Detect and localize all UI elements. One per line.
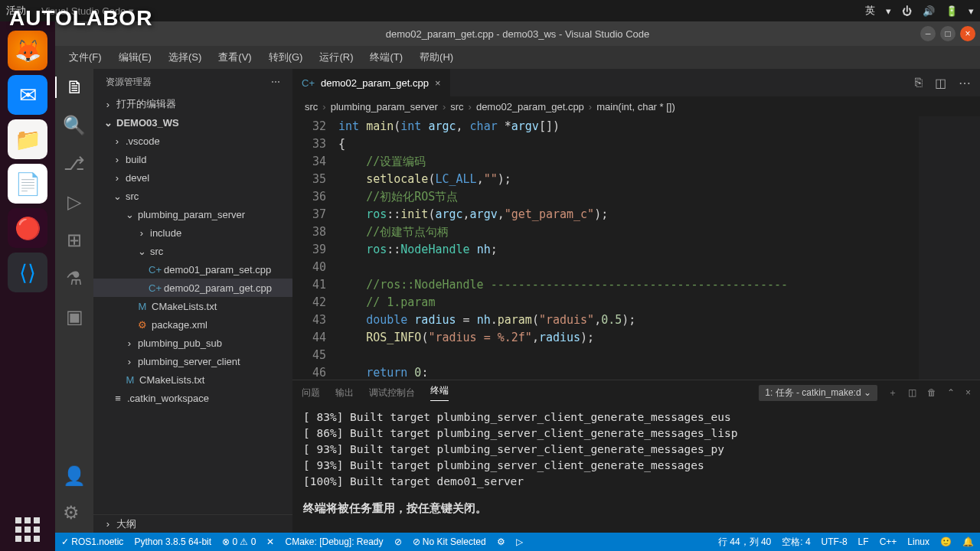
folder-row[interactable]: ⌄plumbing_param_server <box>93 205 292 223</box>
explorer-title: 资源管理器 <box>106 76 152 89</box>
status-item[interactable]: Python 3.8.5 64-bit <box>134 536 211 547</box>
testing-icon[interactable]: ⚗ <box>66 268 83 289</box>
breadcrumb-item[interactable]: src <box>450 101 463 112</box>
split-terminal-icon[interactable]: ◫ <box>908 387 916 398</box>
debug-icon[interactable]: ▷ <box>67 191 81 213</box>
file-row[interactable]: ⚙package.xml <box>93 315 292 334</box>
breadcrumb-item[interactable]: main(int, char * []) <box>596 101 675 112</box>
kill-terminal-icon[interactable]: 🗑 <box>927 387 936 398</box>
status-item[interactable]: ✓ ROS1.noetic <box>61 536 123 547</box>
close-button[interactable]: × <box>960 26 975 41</box>
power-icon[interactable]: ▾ <box>969 5 974 17</box>
search-icon[interactable]: 🔍 <box>63 115 86 136</box>
more-actions-icon[interactable]: ⋯ <box>959 76 971 90</box>
folder-row[interactable]: ›plumbing_server_client <box>93 352 292 370</box>
folder-row[interactable]: ›devel <box>93 168 292 187</box>
menu-icon[interactable]: ▾ <box>886 5 891 17</box>
dock-thunderbird[interactable]: ✉ <box>8 75 47 115</box>
menu-item[interactable]: 选择(S) <box>161 47 209 67</box>
panel-tab[interactable]: 问题 <box>302 386 320 399</box>
cpp-icon: C+ <box>302 77 315 89</box>
status-item[interactable]: 行 44，列 40 <box>718 536 771 549</box>
tab-label: demo02_param_get.cpp <box>321 77 429 89</box>
section-open-editors[interactable]: ›打开的编辑器 <box>93 95 292 113</box>
section-outline[interactable]: ›大纲 <box>93 514 292 533</box>
panel-close-icon[interactable]: × <box>965 387 971 398</box>
folder-row[interactable]: ⌄src <box>93 187 292 205</box>
breadcrumb-item[interactable]: demo02_param_get.cpp <box>476 101 584 112</box>
panel-max-icon[interactable]: ⌃ <box>947 387 955 398</box>
folder-row[interactable]: ›plumbing_pub_sub <box>93 334 292 352</box>
window-title: demo02_param_get.cpp - demo03_ws - Visua… <box>386 28 649 40</box>
file-row[interactable]: ≡.catkin_workspace <box>93 389 292 407</box>
remote-icon[interactable]: ▣ <box>66 306 83 328</box>
tab-active[interactable]: C+ demo02_param_get.cpp × <box>292 69 450 96</box>
status-item[interactable]: ⊘ No Kit Selected <box>413 536 486 547</box>
folder-row[interactable]: ›build <box>93 150 292 168</box>
menu-item[interactable]: 文件(F) <box>61 47 109 67</box>
breadcrumb-item[interactable]: src <box>305 101 318 112</box>
terminal-output[interactable]: [ 83%] Built target plumbing_server_clie… <box>292 405 980 533</box>
dock-firefox[interactable]: 🦊 <box>8 31 47 70</box>
status-item[interactable]: Linux <box>907 536 929 547</box>
explorer-icon[interactable]: 🗎 <box>55 77 93 98</box>
minimap[interactable] <box>919 116 980 380</box>
settings-icon[interactable]: ⚙ <box>63 502 86 523</box>
panel-tab[interactable]: 调试控制台 <box>369 386 415 399</box>
status-item[interactable]: ⊘ <box>394 536 402 547</box>
account-icon[interactable]: 👤 <box>63 465 86 487</box>
status-item[interactable]: LF <box>858 536 869 547</box>
status-item[interactable]: UTF-8 <box>822 536 848 547</box>
split-icon[interactable]: ◫ <box>935 76 946 90</box>
breadcrumb[interactable]: src›plumbing_param_server›src›demo02_par… <box>292 96 980 116</box>
breadcrumb-item[interactable]: plumbing_param_server <box>331 101 438 112</box>
file-row[interactable]: MCMakeLists.txt <box>93 297 292 315</box>
tab-close-icon[interactable]: × <box>435 77 441 89</box>
status-item[interactable]: 🔔 <box>962 536 974 547</box>
scm-icon[interactable]: ⎇ <box>64 153 85 174</box>
folder-row[interactable]: ⌄src <box>93 242 292 260</box>
volume-icon[interactable]: 🔊 <box>923 5 935 17</box>
minimize-button[interactable]: – <box>920 26 936 41</box>
extensions-icon[interactable]: ⊞ <box>67 230 82 251</box>
apps-grid-icon[interactable] <box>15 517 40 542</box>
run-icon[interactable]: ⎘ <box>915 76 923 90</box>
battery-icon[interactable]: 🔋 <box>946 5 958 17</box>
activities-label[interactable]: 活动 <box>6 4 26 18</box>
status-item[interactable]: 🙂 <box>940 536 952 547</box>
file-row[interactable]: MCMakeLists.txt <box>93 370 292 389</box>
ime-indicator[interactable]: 英 <box>865 4 875 18</box>
dock-vscode[interactable]: ⟨⟩ <box>8 253 47 292</box>
menu-item[interactable]: 终端(T) <box>362 47 410 67</box>
menu-item[interactable]: 转到(G) <box>261 47 311 67</box>
more-icon[interactable]: ⋯ <box>271 77 280 87</box>
maximize-button[interactable]: □ <box>940 26 956 41</box>
menu-item[interactable]: 帮助(H) <box>412 47 461 67</box>
sidebar-explorer: 资源管理器 ⋯ ›打开的编辑器 ⌄DEMO03_WS ›.vscode›buil… <box>93 69 292 533</box>
status-item[interactable]: ⊗ 0 ⚠ 0 <box>222 536 256 547</box>
code-editor[interactable]: 323334353637383940414243444546 int main(… <box>292 116 980 380</box>
panel-tab[interactable]: 终端 <box>430 384 449 401</box>
folder-row[interactable]: ›include <box>93 223 292 242</box>
folder-row[interactable]: ›.vscode <box>93 132 292 150</box>
status-item[interactable]: C++ <box>880 536 897 547</box>
status-item[interactable]: ⚙ <box>497 536 505 547</box>
new-terminal-icon[interactable]: ＋ <box>888 386 897 399</box>
status-item[interactable]: 空格: 4 <box>782 536 810 549</box>
dock-terminal[interactable]: 🔴 <box>8 208 47 248</box>
status-item[interactable]: ✕ <box>266 536 274 547</box>
network-icon[interactable]: ⏻ <box>902 5 912 17</box>
ubuntu-dock: 🦊 ✉ 📁 📄 🔴 ⟨⟩ <box>0 21 55 551</box>
status-item[interactable]: CMake: [Debug]: Ready <box>285 536 383 547</box>
dock-libreoffice[interactable]: 📄 <box>8 164 47 204</box>
file-row[interactable]: C+demo01_param_set.cpp <box>93 260 292 279</box>
menu-item[interactable]: 运行(R) <box>312 47 361 67</box>
section-workspace[interactable]: ⌄DEMO03_WS <box>93 113 292 132</box>
file-row[interactable]: C+demo02_param_get.cpp <box>93 279 292 297</box>
menu-item[interactable]: 查看(V) <box>211 47 259 67</box>
panel-tab[interactable]: 输出 <box>335 386 354 399</box>
dock-files[interactable]: 📁 <box>8 119 47 159</box>
status-item[interactable]: ▷ <box>516 536 523 547</box>
terminal-select[interactable]: 1: 任务 - catkin_make:d ⌄ <box>759 385 877 401</box>
menu-item[interactable]: 编辑(E) <box>111 47 159 67</box>
